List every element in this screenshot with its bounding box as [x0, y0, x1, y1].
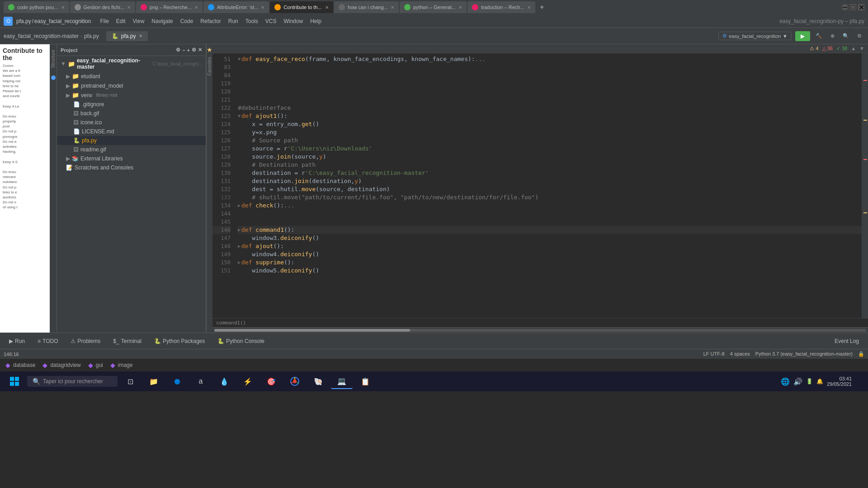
taskbar-lightning[interactable]: ⚡	[237, 374, 259, 389]
run-button[interactable]: ▶	[795, 31, 810, 41]
bottom-tab-event-log[interactable]: Event Log	[829, 336, 864, 346]
taskbar-chrome[interactable]	[284, 374, 306, 389]
browser-tab-4[interactable]: AttributeError: 'st... ✕	[203, 1, 269, 13]
tree-item-venv[interactable]: ▶ 📁 venv library root	[57, 90, 206, 100]
tag-datagridview[interactable]: ◆ datagridview	[42, 361, 80, 369]
coverage-button[interactable]: ⊕	[827, 31, 837, 41]
browser-tab-5[interactable]: Contribute to th... ✕	[270, 1, 333, 13]
menu-navigate[interactable]: Navigate	[148, 14, 176, 28]
tree-close-icon[interactable]: ✕	[198, 47, 202, 53]
bottom-tab-run[interactable]: ▶ Run	[4, 336, 30, 346]
tree-item-pfapy[interactable]: 🐍 pfa.py	[57, 136, 206, 145]
browser-tab-3[interactable]: png – Recherche... ✕	[136, 1, 203, 13]
expand-button[interactable]: ▲	[851, 46, 856, 52]
tag-image[interactable]: ◆ image	[110, 361, 133, 369]
taskbar-pycharm[interactable]: 💻	[331, 374, 353, 389]
ln-146: 146	[212, 226, 231, 234]
taskbar-amazon[interactable]: a	[190, 374, 212, 389]
code-line-131: destination.join(destination,y)	[238, 177, 862, 185]
menu-file[interactable]: File	[96, 14, 112, 28]
tree-settings-icon[interactable]: ⚙	[192, 47, 196, 53]
menu-code[interactable]: Code	[177, 14, 197, 28]
open-file-tab[interactable]: 🐍 pfa.py ✕	[106, 31, 148, 41]
taskbar-notification-icon[interactable]: 🔔	[816, 378, 823, 385]
start-button[interactable]	[4, 374, 25, 389]
file-tab-label: pfa.py	[121, 33, 136, 39]
browser-tab-1[interactable]: code python pou... ✕	[4, 1, 69, 13]
tab-close-4[interactable]: ✕	[261, 5, 264, 10]
structure-label[interactable]: Structure	[50, 46, 57, 72]
favorites-label[interactable]: Favorites	[206, 53, 213, 79]
tab-close-2[interactable]: ✕	[127, 5, 131, 10]
code-area[interactable]: ▼def easy_face_reco(frame, known_face_en…	[234, 53, 862, 318]
tree-item-extlibs[interactable]: ▶ 📚 External Libraries	[57, 154, 206, 163]
taskbar-network-icon[interactable]: 🌐	[781, 377, 790, 386]
horizontal-scrollbar[interactable]	[212, 327, 868, 333]
tree-expand-icon[interactable]: +	[187, 47, 190, 53]
window-maximize[interactable]: □	[850, 4, 856, 10]
menu-edit[interactable]: Edit	[113, 14, 129, 28]
run-config-selector[interactable]: ⚙ easy_facial_recognition ▼	[718, 32, 792, 40]
tab-close-1[interactable]: ✕	[61, 5, 65, 10]
taskbar-edge[interactable]: ⬣	[166, 374, 188, 389]
tree-item-backgif[interactable]: 🖼 back.gif	[57, 109, 206, 118]
search-button[interactable]: 🔍	[841, 31, 851, 41]
tree-item-icone[interactable]: 🖼 icone.ico	[57, 118, 206, 127]
browser-tab-6[interactable]: how can i chang... ✕	[334, 1, 399, 13]
file-icon-readme: 🖼	[73, 146, 79, 153]
menu-refactor[interactable]: Refactor	[197, 14, 224, 28]
code-editor: ⚠ 4 △ 36 ✓ 38 ▲ ▼ 51 83 84 119 120 121 1…	[212, 44, 868, 333]
taskbar-dropbox[interactable]: 💧	[213, 374, 235, 389]
show-desktop-button[interactable]	[855, 373, 864, 389]
taskbar-shell[interactable]: 🐚	[307, 374, 329, 389]
taskbar-search[interactable]: 🔍 Taper ici pour rechercher	[27, 376, 118, 387]
new-tab-button[interactable]: +	[536, 1, 548, 13]
taskbar-file-explorer[interactable]: 📁	[143, 374, 165, 389]
menu-run[interactable]: Run	[225, 14, 242, 28]
tab-close-8[interactable]: ✕	[527, 5, 531, 10]
taskbar-files[interactable]: 📋	[354, 374, 376, 389]
tree-collapse-icon[interactable]: –	[182, 47, 185, 53]
menu-help[interactable]: Help	[307, 14, 325, 28]
settings-button[interactable]: ⚙	[854, 31, 864, 41]
bottom-tab-todo[interactable]: ≡ TODO	[32, 336, 63, 346]
browser-tab-2[interactable]: Gestion des fichi... ✕	[70, 1, 136, 13]
tab-close-5[interactable]: ✕	[325, 5, 329, 10]
window-close[interactable]: ✕	[858, 4, 864, 10]
taskbar-sound-icon[interactable]: 🔊	[793, 377, 802, 386]
tree-item-etudiant[interactable]: ▶ 📁 etudiant	[57, 71, 206, 81]
right-scrollbar[interactable]	[862, 53, 868, 318]
collapse-button[interactable]: ▼	[859, 46, 864, 52]
tab-close-6[interactable]: ✕	[391, 5, 394, 10]
build-button[interactable]: 🔨	[814, 31, 824, 41]
browser-tab-7[interactable]: python – Generat... ✕	[400, 1, 467, 13]
chrome-icon	[289, 376, 300, 387]
menu-view[interactable]: View	[129, 14, 148, 28]
bottom-tab-python-packages[interactable]: 🐍 Python Packages	[149, 336, 210, 346]
bottom-tab-python-console[interactable]: 🐍 Python Console	[212, 336, 270, 346]
tag-database[interactable]: ◆ database	[5, 361, 35, 369]
tree-item-license[interactable]: 📄 LICENSE.md	[57, 127, 206, 136]
taskbar-battery-icon[interactable]: 🔋	[806, 378, 813, 385]
tree-item-readme[interactable]: 🖼 readme.gif	[57, 145, 206, 154]
bottom-tab-terminal[interactable]: $_ Terminal	[108, 336, 147, 346]
tag-gui[interactable]: ◆ gui	[88, 361, 103, 369]
menu-vcs[interactable]: VCS	[262, 14, 280, 28]
menu-tools[interactable]: Tools	[242, 14, 262, 28]
tree-item-gitignore[interactable]: 📄 .gitignore	[57, 100, 206, 109]
tab-favicon-8	[472, 4, 478, 10]
tree-gear-icon[interactable]: ⚙	[176, 47, 180, 53]
browser-tab-8[interactable]: traduction – Rech... ✕	[467, 1, 535, 13]
tab-close-7[interactable]: ✕	[458, 5, 462, 10]
bottom-tab-problems[interactable]: ⚠ Problems	[65, 336, 106, 346]
tree-item-pretrained[interactable]: ▶ 📁 pretrained_model	[57, 81, 206, 90]
task-view-button[interactable]: ⊡	[119, 374, 141, 389]
tree-item-scratches[interactable]: 📝 Scratches and Consoles	[57, 163, 206, 172]
tree-label-icone: icone.ico	[80, 119, 102, 126]
tab-close-3[interactable]: ✕	[194, 5, 198, 10]
file-tab-close[interactable]: ✕	[139, 33, 142, 38]
tree-root-folder[interactable]: ▼ 📁 easy_facial_recognition-master C:\ea…	[57, 56, 206, 71]
menu-window[interactable]: Window	[280, 14, 307, 28]
taskbar-office[interactable]: 🎯	[260, 374, 282, 389]
window-minimize[interactable]: ─	[842, 4, 848, 10]
